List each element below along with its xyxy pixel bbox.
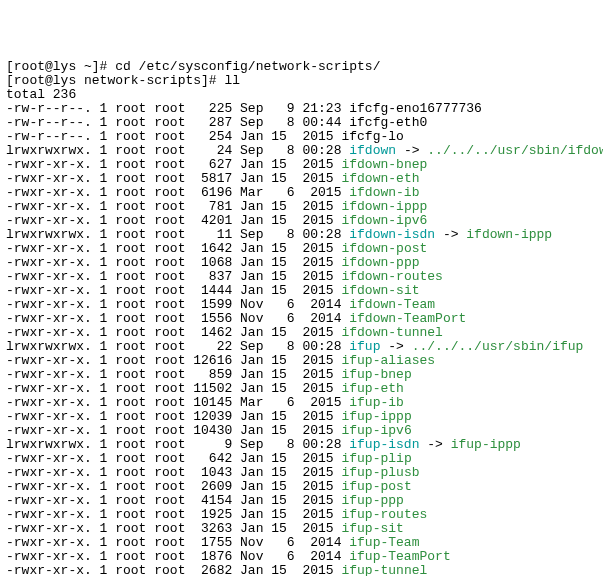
file-name: ifup-routes xyxy=(341,507,427,522)
prompt-line: [root@lys network-scripts]# ll xyxy=(6,74,597,88)
file-name: ifup-isdn xyxy=(349,437,419,452)
symlink-target: ../../../usr/sbin/ifdown xyxy=(427,143,603,158)
list-row: -rwxr-xr-x. 1 root root 12039 Jan 15 201… xyxy=(6,410,597,424)
list-row: -rwxr-xr-x. 1 root root 12616 Jan 15 201… xyxy=(6,354,597,368)
list-row: -rwxr-xr-x. 1 root root 2682 Jan 15 2015… xyxy=(6,564,597,576)
file-name: ifup-plip xyxy=(341,451,411,466)
file-name: ifdown-bnep xyxy=(341,157,427,172)
list-row: -rwxr-xr-x. 1 root root 642 Jan 15 2015 … xyxy=(6,452,597,466)
list-row: -rwxr-xr-x. 1 root root 627 Jan 15 2015 … xyxy=(6,158,597,172)
symlink-arrow: -> xyxy=(380,339,411,354)
list-row: -rwxr-xr-x. 1 root root 781 Jan 15 2015 … xyxy=(6,200,597,214)
file-name: ifup-ib xyxy=(349,395,404,410)
list-row: -rwxr-xr-x. 1 root root 5817 Jan 15 2015… xyxy=(6,172,597,186)
file-name: ifup-TeamPort xyxy=(349,549,450,564)
file-name: ifup-bnep xyxy=(341,367,411,382)
file-name: ifup-aliases xyxy=(341,353,435,368)
file-name: ifup-plusb xyxy=(341,465,419,480)
prompt-line: [root@lys ~]# cd /etc/sysconfig/network-… xyxy=(6,60,597,74)
list-row: -rwxr-xr-x. 1 root root 1444 Jan 15 2015… xyxy=(6,284,597,298)
list-row: -rwxr-xr-x. 1 root root 1642 Jan 15 2015… xyxy=(6,242,597,256)
list-row: -rwxr-xr-x. 1 root root 1925 Jan 15 2015… xyxy=(6,508,597,522)
list-row: -rw-r--r--. 1 root root 254 Jan 15 2015 … xyxy=(6,130,597,144)
list-row: lrwxrwxrwx. 1 root root 22 Sep 8 00:28 i… xyxy=(6,340,597,354)
list-row: -rwxr-xr-x. 1 root root 6196 Mar 6 2015 … xyxy=(6,186,597,200)
file-name: ifcfg-lo xyxy=(341,129,403,144)
file-name: ifup-sit xyxy=(341,521,403,536)
file-name: ifup-ippp xyxy=(341,409,411,424)
file-name: ifup xyxy=(349,339,380,354)
list-row: -rw-r--r--. 1 root root 225 Sep 9 21:23 … xyxy=(6,102,597,116)
total-line: total 236 xyxy=(6,88,597,102)
list-row: -rwxr-xr-x. 1 root root 1043 Jan 15 2015… xyxy=(6,466,597,480)
list-row: -rwxr-xr-x. 1 root root 4201 Jan 15 2015… xyxy=(6,214,597,228)
file-name: ifup-Team xyxy=(349,535,419,550)
list-row: lrwxrwxrwx. 1 root root 24 Sep 8 00:28 i… xyxy=(6,144,597,158)
list-row: -rw-r--r--. 1 root root 287 Sep 8 00:44 … xyxy=(6,116,597,130)
file-name: ifup-tunnel xyxy=(341,563,427,576)
file-name: ifdown-eth xyxy=(341,171,419,186)
file-name: ifdown-post xyxy=(341,241,427,256)
file-name: ifdown-isdn xyxy=(349,227,435,242)
symlink-target: ifdown-ippp xyxy=(466,227,552,242)
file-name: ifdown-sit xyxy=(341,283,419,298)
list-row: lrwxrwxrwx. 1 root root 9 Sep 8 00:28 if… xyxy=(6,438,597,452)
symlink-arrow: -> xyxy=(419,437,450,452)
list-row: -rwxr-xr-x. 1 root root 1599 Nov 6 2014 … xyxy=(6,298,597,312)
file-name: ifdown-ppp xyxy=(341,255,419,270)
file-name: ifdown-Team xyxy=(349,297,435,312)
symlink-arrow: -> xyxy=(435,227,466,242)
file-name: ifcfg-eth0 xyxy=(349,115,427,130)
file-name: ifdown-tunnel xyxy=(341,325,442,340)
list-row: -rwxr-xr-x. 1 root root 2609 Jan 15 2015… xyxy=(6,480,597,494)
file-name: ifup-ppp xyxy=(341,493,403,508)
list-row: -rwxr-xr-x. 1 root root 859 Jan 15 2015 … xyxy=(6,368,597,382)
file-name: ifdown-TeamPort xyxy=(349,311,466,326)
list-row: -rwxr-xr-x. 1 root root 10145 Mar 6 2015… xyxy=(6,396,597,410)
list-row: -rwxr-xr-x. 1 root root 10430 Jan 15 201… xyxy=(6,424,597,438)
file-name: ifup-eth xyxy=(341,381,403,396)
list-row: -rwxr-xr-x. 1 root root 1556 Nov 6 2014 … xyxy=(6,312,597,326)
list-row: -rwxr-xr-x. 1 root root 837 Jan 15 2015 … xyxy=(6,270,597,284)
list-row: -rwxr-xr-x. 1 root root 1876 Nov 6 2014 … xyxy=(6,550,597,564)
list-row: -rwxr-xr-x. 1 root root 1462 Jan 15 2015… xyxy=(6,326,597,340)
list-row: -rwxr-xr-x. 1 root root 3263 Jan 15 2015… xyxy=(6,522,597,536)
terminal-output[interactable]: [root@lys ~]# cd /etc/sysconfig/network-… xyxy=(6,60,597,576)
list-row: -rwxr-xr-x. 1 root root 4154 Jan 15 2015… xyxy=(6,494,597,508)
symlink-arrow: -> xyxy=(396,143,427,158)
file-name: ifdown-ib xyxy=(349,185,419,200)
file-name: ifdown xyxy=(349,143,396,158)
file-name: ifdown-ipv6 xyxy=(341,213,427,228)
file-name: ifdown-routes xyxy=(341,269,442,284)
file-name: ifup-ipv6 xyxy=(341,423,411,438)
file-name: ifcfg-eno16777736 xyxy=(349,101,482,116)
symlink-target: ../../../usr/sbin/ifup xyxy=(412,339,584,354)
list-row: -rwxr-xr-x. 1 root root 1755 Nov 6 2014 … xyxy=(6,536,597,550)
list-row: -rwxr-xr-x. 1 root root 11502 Jan 15 201… xyxy=(6,382,597,396)
file-name: ifup-post xyxy=(341,479,411,494)
list-row: lrwxrwxrwx. 1 root root 11 Sep 8 00:28 i… xyxy=(6,228,597,242)
symlink-target: ifup-ippp xyxy=(451,437,521,452)
list-row: -rwxr-xr-x. 1 root root 1068 Jan 15 2015… xyxy=(6,256,597,270)
file-name: ifdown-ippp xyxy=(341,199,427,214)
